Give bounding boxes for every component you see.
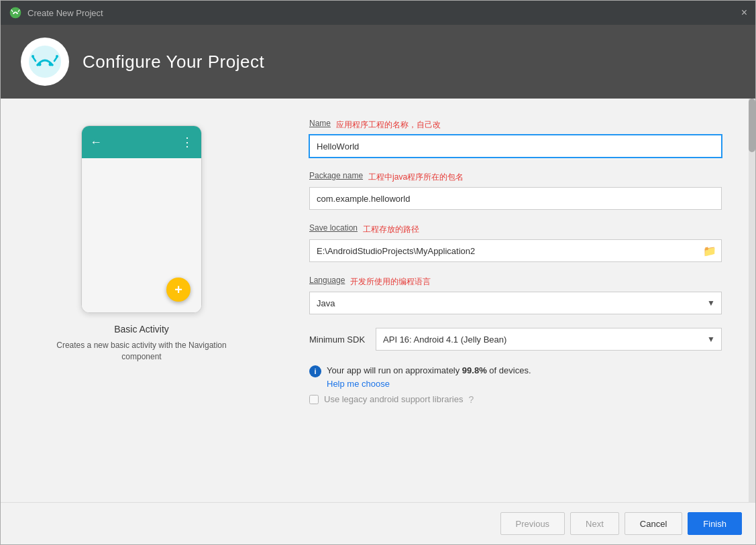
info-icon: i bbox=[309, 365, 321, 377]
name-label: Name bbox=[309, 119, 331, 128]
android-configure-icon bbox=[28, 44, 62, 79]
phone-body: + bbox=[82, 158, 201, 312]
info-text: Your app will run on approximately 99.8%… bbox=[327, 365, 531, 375]
info-row: i Your app will run on approximately 99.… bbox=[309, 364, 722, 389]
svg-point-7 bbox=[49, 63, 52, 66]
help-tooltip-icon[interactable]: ? bbox=[468, 394, 474, 405]
svg-point-2 bbox=[17, 13, 18, 14]
phone-menu-icon: ⋮ bbox=[181, 135, 193, 149]
svg-point-1 bbox=[13, 13, 15, 14]
svg-point-6 bbox=[38, 63, 42, 66]
folder-icon[interactable]: 📁 bbox=[703, 245, 716, 257]
min-sdk-select[interactable]: API 16: Android 4.1 (Jelly Bean) API 21:… bbox=[376, 328, 722, 351]
title-bar: Create New Project × bbox=[1, 1, 755, 25]
fab-button: + bbox=[166, 278, 191, 302]
android-studio-icon bbox=[9, 6, 22, 19]
package-input[interactable] bbox=[309, 187, 722, 210]
svg-point-10 bbox=[32, 55, 34, 58]
name-input[interactable] bbox=[309, 135, 722, 158]
package-label: Package name bbox=[309, 171, 363, 180]
name-form-group: Name 应用程序工程的名称，自己改 bbox=[309, 119, 722, 158]
previous-button[interactable]: Previous bbox=[500, 512, 565, 535]
package-label-row: Package name 工程中java程序所在的包名 bbox=[309, 171, 722, 184]
header-icon-wrapper bbox=[21, 38, 69, 86]
dialog: Create New Project × Configure Your Proj… bbox=[0, 0, 756, 545]
save-location-input-wrapper: 📁 bbox=[309, 239, 722, 262]
language-select-wrapper: Java Kotlin ▼ bbox=[309, 292, 722, 314]
package-annotation: 工程中java程序所在的包名 bbox=[368, 172, 464, 183]
language-select[interactable]: Java Kotlin bbox=[309, 292, 722, 314]
min-sdk-label: Minimum SDK bbox=[309, 335, 365, 345]
activity-name-label: Basic Activity bbox=[114, 324, 169, 335]
phone-toolbar: ← ⋮ bbox=[82, 126, 201, 158]
svg-point-5 bbox=[29, 46, 61, 78]
left-panel: ← ⋮ + Basic Activity Creates a new basic… bbox=[1, 99, 282, 502]
legacy-checkbox-row: Use legacy android support libraries ? bbox=[309, 394, 722, 405]
close-button[interactable]: × bbox=[741, 7, 747, 18]
save-location-form-group: Save location 工程存放的路径 📁 bbox=[309, 223, 722, 262]
header: Configure Your Project bbox=[1, 25, 755, 99]
min-sdk-row: Minimum SDK API 16: Android 4.1 (Jelly B… bbox=[309, 328, 722, 351]
right-panel: Name 应用程序工程的名称，自己改 Package name 工程中java程… bbox=[282, 99, 749, 502]
min-sdk-select-wrapper: API 16: Android 4.1 (Jelly Bean) API 21:… bbox=[376, 328, 722, 351]
cancel-button[interactable]: Cancel bbox=[625, 512, 682, 535]
legacy-checkbox[interactable] bbox=[309, 395, 319, 404]
legacy-label: Use legacy android support libraries bbox=[324, 394, 463, 404]
language-form-group: Language 开发所使用的编程语言 Java Kotlin ▼ bbox=[309, 276, 722, 314]
save-location-label: Save location bbox=[309, 223, 358, 233]
save-location-annotation: 工程存放的路径 bbox=[363, 224, 419, 235]
info-content: Your app will run on approximately 99.8%… bbox=[327, 364, 531, 389]
next-button[interactable]: Next bbox=[570, 512, 619, 535]
header-title: Configure Your Project bbox=[83, 52, 264, 72]
language-label-row: Language 开发所使用的编程语言 bbox=[309, 276, 722, 288]
language-annotation: 开发所使用的编程语言 bbox=[350, 276, 431, 288]
phone-mockup: ← ⋮ + bbox=[81, 125, 202, 313]
footer: Previous Next Cancel Finish bbox=[1, 502, 755, 544]
finish-button[interactable]: Finish bbox=[688, 512, 742, 535]
name-label-row: Name 应用程序工程的名称，自己改 bbox=[309, 119, 722, 131]
scrollbar-track bbox=[749, 99, 755, 502]
scrollbar-thumb[interactable] bbox=[749, 99, 755, 152]
help-me-choose-link[interactable]: Help me choose bbox=[327, 379, 531, 389]
svg-point-11 bbox=[56, 55, 58, 58]
save-location-input[interactable] bbox=[309, 239, 722, 262]
package-form-group: Package name 工程中java程序所在的包名 bbox=[309, 171, 722, 210]
title-bar-text: Create New Project bbox=[28, 8, 103, 18]
phone-back-icon: ← bbox=[90, 135, 102, 149]
main-content: ← ⋮ + Basic Activity Creates a new basic… bbox=[1, 99, 755, 502]
title-bar-left: Create New Project bbox=[9, 6, 103, 19]
language-label: Language bbox=[309, 276, 345, 285]
activity-description: Creates a new basic activity with the Na… bbox=[48, 340, 235, 363]
save-location-label-row: Save location 工程存放的路径 bbox=[309, 223, 722, 236]
name-annotation: 应用程序工程的名称，自己改 bbox=[336, 119, 441, 131]
